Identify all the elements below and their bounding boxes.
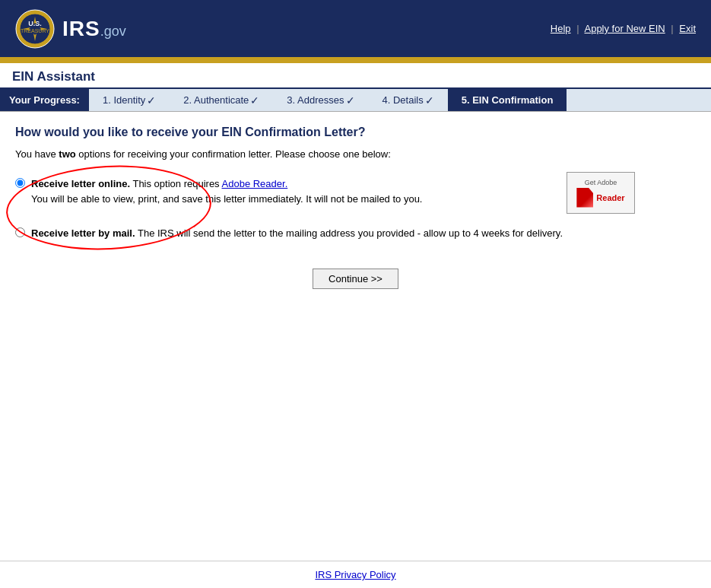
main-content: How would you like to receive your EIN C… xyxy=(0,112,711,304)
details-checkmark: ✓ xyxy=(425,94,434,106)
progress-step-addresses: 3. Addresses ✓ xyxy=(273,89,368,111)
irs-gov-text: .gov xyxy=(100,24,126,39)
adobe-reader-link[interactable]: Adobe Reader. xyxy=(222,178,288,189)
option-mail-radio[interactable] xyxy=(15,227,25,237)
exit-link[interactable]: Exit xyxy=(679,23,696,34)
two-bold: two xyxy=(59,148,75,160)
options-area: Get Adobe Reader Receive letter online. … xyxy=(15,172,696,246)
option-mail-row: Receive letter by mail. The IRS will sen… xyxy=(15,221,696,246)
progress-step-authenticate: 2. Authenticate ✓ xyxy=(170,89,273,111)
logo-area: U.S. TREASURY IRS.gov xyxy=(15,9,126,49)
option-online-label[interactable]: Receive letter online. This option requi… xyxy=(31,176,422,206)
option-mail-label[interactable]: Receive letter by mail. The IRS will sen… xyxy=(31,226,563,241)
progress-step-details: 4. Details ✓ xyxy=(369,89,448,111)
adobe-logo-area: Reader xyxy=(576,188,624,208)
option-online-text2: You will be able to view, print, and sav… xyxy=(31,193,422,205)
option-mail-text: The IRS will send the letter to the mail… xyxy=(138,227,563,239)
progress-bar: Your Progress: 1. Identity ✓ 2. Authenti… xyxy=(0,89,711,112)
progress-label: Your Progress: xyxy=(0,89,89,111)
option-online-text1: This option requires xyxy=(132,178,221,189)
option-mail-bold: Receive letter by mail. xyxy=(31,227,135,239)
authenticate-checkmark: ✓ xyxy=(250,94,259,106)
gold-divider xyxy=(0,57,711,63)
adobe-icon xyxy=(576,188,593,208)
option-online-bold: Receive letter online. xyxy=(31,178,130,189)
progress-step-ein-confirmation: 5. EIN Confirmation xyxy=(448,89,567,111)
separator2: | xyxy=(671,23,673,34)
ein-title-bar: EIN Assistant xyxy=(0,63,711,89)
page-footer: IRS Privacy Policy xyxy=(0,561,711,588)
help-link[interactable]: Help xyxy=(551,23,571,34)
intro-text: You have two options for receiving your … xyxy=(15,148,696,160)
irs-logo-text: IRS xyxy=(62,17,100,40)
main-question: How would you like to receive your EIN C… xyxy=(15,126,696,139)
ein-assistant-title: EIN Assistant xyxy=(12,69,95,84)
apply-ein-link[interactable]: Apply for New EIN xyxy=(584,23,665,34)
privacy-policy-link[interactable]: IRS Privacy Policy xyxy=(315,569,395,580)
option-online-radio[interactable] xyxy=(15,178,25,188)
adobe-badge-top: Get Adobe xyxy=(585,179,617,186)
identity-checkmark: ✓ xyxy=(147,94,156,106)
continue-area: Continue >> xyxy=(15,269,696,289)
progress-step-identity: 1. Identity ✓ xyxy=(89,89,170,111)
separator: | xyxy=(576,23,579,34)
continue-button[interactable]: Continue >> xyxy=(313,269,398,289)
logo-text-area: IRS.gov xyxy=(62,17,126,41)
adobe-badge-bottom: Reader xyxy=(596,193,624,202)
irs-seal-icon: U.S. TREASURY xyxy=(15,9,55,49)
adobe-reader-badge: Get Adobe Reader xyxy=(567,172,635,214)
page-header: U.S. TREASURY IRS.gov Help | Apply for N… xyxy=(0,0,711,57)
addresses-checkmark: ✓ xyxy=(346,94,355,106)
header-nav-links: Help | Apply for New EIN | Exit xyxy=(551,23,696,34)
